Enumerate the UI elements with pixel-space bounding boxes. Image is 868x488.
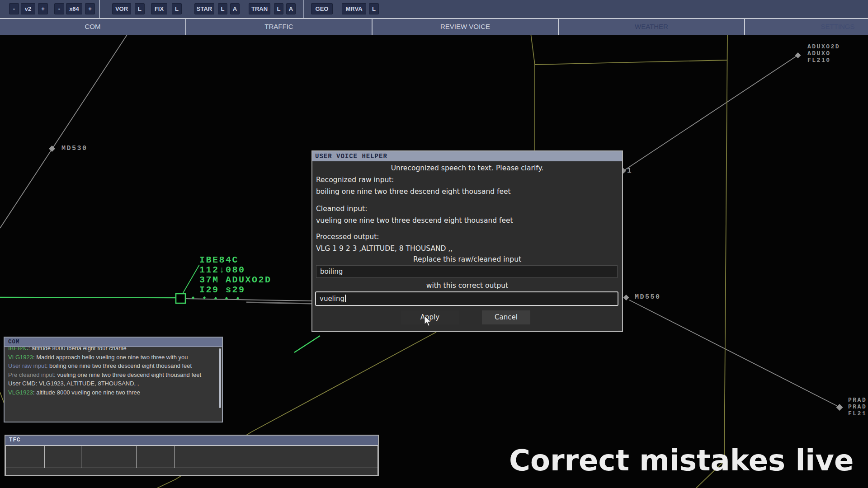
aircraft-speed-line[interactable]: I29 s29 — [199, 285, 272, 295]
message-sender: IBE84C — [8, 347, 28, 352]
route-leg-active — [0, 297, 175, 298]
waypoint-label-line: FL210 — [807, 57, 840, 64]
message-sender: User CMD — [8, 380, 36, 387]
waypoint-label-md550: MD550 — [635, 293, 661, 301]
tfc-panel: TFC — [5, 435, 379, 476]
tfc-cell[interactable] — [44, 446, 81, 457]
tfc-cell[interactable] — [44, 457, 81, 468]
waypoint-label-prad: PRAD PRAD FL21 — [848, 397, 867, 417]
speed-level-button[interactable]: x64 — [66, 3, 82, 14]
mrva-toggle-button[interactable]: MRVA — [342, 3, 366, 14]
tran-toggle-button[interactable]: TRAN — [249, 3, 270, 14]
aircraft-symbol-square[interactable] — [176, 294, 185, 303]
tfc-cell[interactable] — [136, 446, 175, 457]
message-text: : altitude 8000 iberia eight four charli… — [28, 347, 127, 352]
hero-caption: Correct mistakes live — [509, 444, 854, 477]
voice-helper-dialog: USER VOICE HELPER Unrecognized speech to… — [311, 150, 623, 332]
tab-settings[interactable]: SETTINGS — [745, 19, 868, 35]
airway-line-prad — [629, 300, 837, 406]
waypoint-label-aduxo: ADUXO2D ADUXO FL210 — [807, 43, 840, 64]
star-label-toggle[interactable]: L — [218, 3, 227, 14]
com-panel: COM IBE84C: altitude 8000 iberia eight f… — [4, 337, 223, 422]
sector-boundary-top — [535, 60, 727, 65]
recognized-raw-label: Recognized raw input: — [316, 176, 394, 184]
tab-com[interactable]: COM — [0, 19, 186, 35]
message-sender: VLG1923 — [8, 354, 33, 361]
speed-up-button[interactable]: + — [85, 3, 95, 14]
tfc-table — [5, 446, 378, 475]
mrva-label-toggle[interactable]: L — [369, 3, 379, 14]
toolbar-divider — [99, 0, 100, 18]
sector-boundary-right — [696, 35, 727, 488]
star-toggle-button[interactable]: STAR — [194, 3, 214, 14]
message-text: : VLG1923, ALTITUDE, 8THOUSAND, , — [36, 380, 139, 387]
message-text: : altitude 8000 vueling one nine two thr… — [33, 389, 140, 396]
fix-label-toggle[interactable]: L — [172, 3, 182, 14]
tab-review-voice[interactable]: REVIEW VOICE — [373, 19, 559, 35]
track-line-dark — [246, 302, 311, 304]
waypoint-label-line: PRAD — [848, 404, 867, 410]
message-text: : boiling one nine two three descend eig… — [46, 362, 192, 369]
processed-output-value: VLG 1 9 2 3 ,ALTITUDE, 8 THOUSAND ,, — [316, 244, 453, 253]
tfc-cell[interactable] — [81, 457, 137, 468]
aircraft-altitude-line[interactable]: 112↓080 — [199, 265, 272, 275]
cancel-button[interactable]: Cancel — [482, 310, 530, 324]
waypoint-label-1: 1 — [627, 167, 632, 175]
com-message: User CMD: VLG1923, ALTITUDE, 8THOUSAND, … — [8, 379, 212, 388]
replace-input-field[interactable]: boiling — [316, 265, 618, 278]
speed-down-button[interactable]: - — [54, 3, 64, 14]
message-text: : vueling one nine two three descend eig… — [54, 371, 201, 378]
tfc-cell[interactable] — [5, 446, 45, 468]
waypoint-label-line: ADUXO2D — [807, 43, 840, 50]
tfc-cell[interactable] — [136, 457, 175, 468]
com-panel-titlebar[interactable]: COM — [5, 338, 222, 347]
tfc-cell[interactable] — [174, 446, 378, 468]
message-sender: VLG1923 — [8, 389, 33, 396]
aircraft-datablock[interactable]: IBE84C 112↓080 37M ADUXO2D I29 s29 — [199, 255, 272, 295]
message-text: : Madrid approach hello vueling one nine… — [33, 354, 188, 361]
tab-traffic[interactable]: TRAFFIC — [186, 19, 373, 35]
top-toolbar: - v2 + - x64 + VOR L FIX L STAR L A TRAN… — [0, 0, 868, 18]
processed-output-label: Processed output: — [316, 233, 379, 241]
md530-diamond-icon — [49, 145, 55, 152]
waypoint-label-line: PRAD — [848, 397, 867, 404]
correct-output-field[interactable]: vueling — [315, 291, 618, 306]
aircraft-route-line[interactable]: 37M ADUXO2D — [199, 275, 272, 285]
waypoint-label-line: FL21 — [848, 410, 867, 417]
prad-diamond-icon — [836, 404, 843, 411]
tran-label-toggle[interactable]: L — [274, 3, 283, 14]
airway-line-md530 — [0, 35, 127, 228]
mouse-cursor-icon — [424, 315, 435, 328]
atc-radar-screen: MD530 MD550 ADUXO2D ADUXO FL210 PRAD PRA… — [0, 0, 868, 488]
replace-input-label: Replace this raw/cleaned input — [312, 255, 622, 263]
com-message-log: IBE84C: altitude 8000 iberia eight four … — [5, 347, 215, 423]
vor-label-toggle[interactable]: L — [135, 3, 145, 14]
label-leader-line — [183, 265, 199, 293]
correct-output-label: with this correct output — [312, 282, 622, 290]
zoom-in-button[interactable]: + — [38, 3, 48, 14]
md550-diamond-icon — [623, 295, 629, 300]
com-message: Pre cleaned input: vueling one nine two … — [8, 371, 212, 380]
dialog-message: Unrecognized speech to text. Please clar… — [312, 164, 622, 172]
waypoint-label-md530: MD530 — [61, 145, 88, 152]
tran-a-toggle[interactable]: A — [286, 3, 296, 14]
star-a-toggle[interactable]: A — [230, 3, 240, 14]
dialog-titlebar[interactable]: USER VOICE HELPER — [312, 151, 622, 161]
tfc-cell[interactable] — [81, 446, 137, 457]
recognized-raw-value: boiling one nine two three descend eight… — [316, 188, 511, 196]
aircraft-callsign[interactable]: IBE84C — [199, 255, 272, 265]
geo-toggle-button[interactable]: GEO — [311, 3, 333, 14]
tfc-cell[interactable] — [5, 468, 378, 475]
zoom-out-button[interactable]: - — [9, 3, 19, 14]
com-message: IBE84C: altitude 8000 iberia eight four … — [8, 347, 212, 353]
airway-line-aduxo — [623, 55, 798, 171]
cleaned-input-label: Cleaned input: — [316, 205, 367, 213]
com-scrollbar-thumb[interactable] — [219, 348, 221, 408]
zoom-level-button[interactable]: v2 — [21, 3, 35, 14]
fix-toggle-button[interactable]: FIX — [151, 3, 167, 14]
route-leg-segment — [294, 336, 320, 352]
main-tab-bar: COM TRAFFIC REVIEW VOICE WEATHER SETTING… — [0, 18, 868, 35]
tab-weather[interactable]: WEATHER — [559, 19, 745, 35]
vor-toggle-button[interactable]: VOR — [112, 3, 131, 14]
tfc-panel-titlebar[interactable]: TFC — [5, 436, 378, 446]
